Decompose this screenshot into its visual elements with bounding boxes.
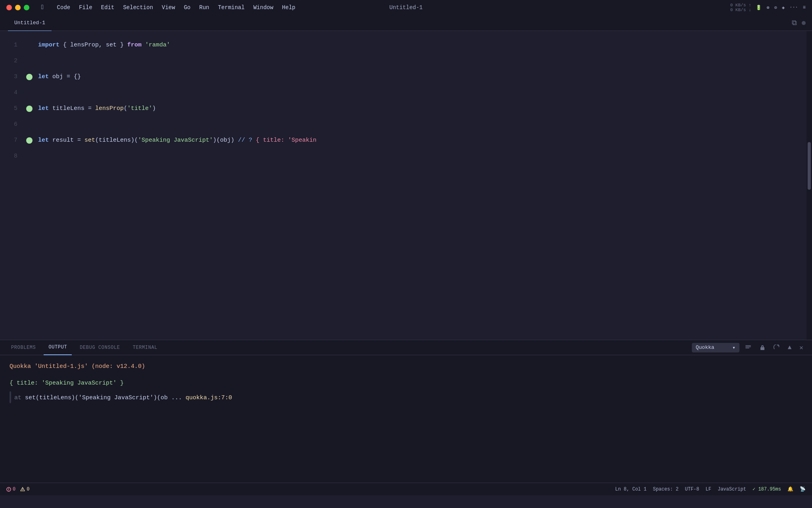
warning-num: 0 (27, 487, 29, 492)
code-line-8 (35, 148, 806, 164)
more-icon: ··· (789, 5, 798, 10)
svg-rect-2 (745, 348, 749, 348)
tab-terminal[interactable]: TERMINAL (128, 340, 162, 355)
menu-run[interactable]: Run (195, 3, 213, 12)
scrollbar-thumb[interactable] (808, 142, 811, 190)
code-line-4 (35, 85, 806, 101)
menu-view[interactable]: View (158, 3, 179, 12)
editor-area[interactable]: 1 2 3 4 5 6 7 8 (0, 31, 812, 340)
token-speaking-hint: 'Speakin (288, 133, 316, 148)
output-result: { title: 'Speaking JavaScript' } (10, 378, 802, 389)
traffic-lights (6, 5, 29, 10)
token-import: import (38, 37, 59, 53)
chevron-down-icon: ▾ (732, 344, 735, 351)
code-editor[interactable]: import { lensProp, set } from 'ramda' le… (35, 31, 806, 340)
minimize-button[interactable] (15, 5, 21, 10)
titlebar-left:  Code File Edit Selection View Go Run T… (6, 3, 299, 12)
menu-window[interactable]: Window (249, 3, 277, 12)
close-panel-icon[interactable]: ✕ (797, 342, 806, 353)
token-let-3: let (38, 69, 49, 85)
warning-count[interactable]: 0 (20, 487, 29, 492)
menu-help[interactable]: Help (278, 3, 299, 12)
menu-bar:  Code File Edit Selection View Go Run T… (37, 3, 299, 12)
indentation[interactable]: Spaces: 2 (653, 487, 679, 492)
breakpoint-7[interactable] (26, 137, 33, 144)
split-editor-icon[interactable]: ⧉ (792, 19, 797, 27)
breakpoint-3[interactable] (26, 74, 33, 80)
logo-icon: ◈ (782, 5, 785, 11)
line-numbers: 1 2 3 4 5 6 7 8 (0, 31, 24, 340)
tab-output[interactable]: OUTPUT (44, 340, 72, 355)
svg-point-5 (8, 490, 9, 491)
token-speaking-str: 'Speaking JavaScript' (138, 133, 213, 148)
titlebar:  Code File Edit Selection View Go Run T… (0, 0, 812, 15)
dropdown-label: Quokka (696, 344, 714, 350)
titlebar-right: 0 KB/s ↑0 KB/s ↓ 🔋 ⊕ ⊙ ◈ ··· ≡ (730, 3, 806, 12)
clear-output-icon[interactable] (743, 343, 754, 352)
output-trace-block: at set(titleLens)('Speaking JavaScript')… (14, 391, 232, 403)
panel: PROBLEMS OUTPUT DEBUG CONSOLE TERMINAL Q… (0, 340, 812, 483)
token-space (142, 37, 145, 53)
tab-label: Untitled-1 (14, 20, 45, 26)
apple-menu[interactable]:  (37, 3, 49, 12)
output-quokka-header: Quokka 'Untitled-1.js' (node: v12.4.0) (10, 362, 802, 372)
language-mode[interactable]: JavaScript (718, 487, 746, 492)
code-line-5: let titleLens = lensProp ( 'title' ) (35, 101, 806, 117)
token-lensprop: lensProp (95, 101, 124, 117)
token-set: set (84, 133, 95, 148)
token-result-hint: { title: (252, 133, 288, 148)
collapse-panel-icon[interactable]: ▲ (785, 343, 794, 353)
code-line-1: import { lensProp, set } from 'ramda' (35, 37, 806, 53)
wifi-icon: ⊕ (766, 5, 769, 11)
editor-container: Untitled-1 ⧉ 1 2 3 4 5 6 7 8 (0, 15, 812, 495)
code-line-7: let result = set (titleLens)( 'Speaking … (35, 133, 806, 148)
token-result-assign: result = (49, 133, 84, 148)
trace-code: set(titleLens)('Speaking JavaScript')(ob… (25, 394, 182, 401)
perf-indicator: ✓ 187.95ms (753, 486, 781, 492)
tabbar: Untitled-1 ⧉ (0, 15, 812, 31)
output-source-dropdown[interactable]: Quokka ▾ (692, 343, 739, 352)
editor-tab[interactable]: Untitled-1 (8, 15, 52, 31)
trace-link[interactable]: quokka.js:7:0 (186, 394, 232, 401)
clock-icon: ⊙ (774, 5, 777, 11)
error-count[interactable]: 0 (6, 487, 15, 492)
eol-type[interactable]: LF (706, 487, 711, 492)
tab-problems[interactable]: PROBLEMS (6, 340, 40, 355)
encoding[interactable]: UTF-8 (685, 487, 699, 492)
maximize-button[interactable] (24, 5, 29, 10)
lock-icon[interactable] (757, 343, 768, 352)
code-line-3: let obj = {} (35, 69, 806, 85)
menu-go[interactable]: Go (180, 3, 195, 12)
token-obj: obj = {} (49, 69, 81, 85)
menu-code[interactable]: Code (53, 3, 75, 12)
menu-file[interactable]: File (75, 3, 96, 12)
cursor-position[interactable]: Ln 8, Col 1 (615, 487, 646, 492)
broadcast-icon[interactable]: 📡 (800, 486, 806, 492)
token-paren-close: ) (152, 101, 156, 117)
battery-icon: 🔋 (756, 5, 762, 11)
notification-icon[interactable]: 🔔 (787, 486, 793, 492)
breakpoint-5[interactable] (26, 106, 33, 112)
output-border-left (10, 391, 11, 403)
titlebar-icons: 0 KB/s ↑0 KB/s ↓ 🔋 ⊕ ⊙ ◈ ··· ≡ (730, 3, 806, 12)
error-num: 0 (13, 487, 15, 492)
panel-content: Quokka 'Untitled-1.js' (node: v12.4.0) {… (0, 355, 812, 483)
token-obj-call: )(obj) (213, 133, 238, 148)
panel-tabs: PROBLEMS OUTPUT DEBUG CONSOLE TERMINAL Q… (0, 340, 812, 355)
editor-scrollbar[interactable] (806, 31, 812, 340)
menu-selection[interactable]: Selection (119, 3, 157, 12)
menu-terminal[interactable]: Terminal (214, 3, 249, 12)
panel-controls: Quokka ▾ ▲ ✕ (692, 342, 806, 353)
statusbar-left: 0 0 (6, 487, 29, 492)
window-title: Untitled-1 (389, 4, 423, 11)
token-titlelens-assign: titleLens = (49, 101, 95, 117)
menu-edit[interactable]: Edit (97, 3, 119, 12)
svg-point-8 (23, 490, 23, 491)
refresh-icon[interactable] (771, 343, 782, 352)
close-button[interactable] (6, 5, 12, 10)
token-ramda: 'ramda' (145, 37, 170, 53)
tab-debug-console[interactable]: DEBUG CONSOLE (75, 340, 124, 355)
token-from: from (127, 37, 142, 53)
breakpoint-column (24, 31, 35, 340)
code-line-2 (35, 53, 806, 69)
